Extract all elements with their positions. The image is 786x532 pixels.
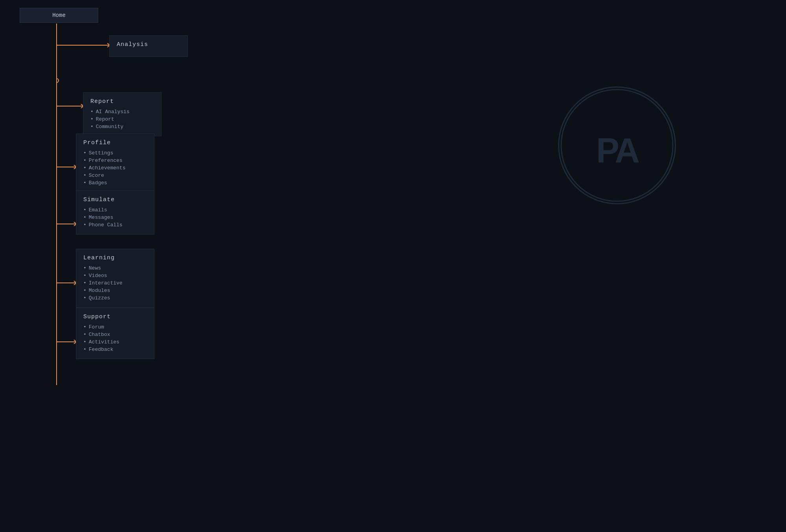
pa-logo: PA — [558, 86, 676, 204]
list-item[interactable]: Community — [90, 123, 154, 130]
profile-items: Settings Preferences Achievements Score … — [83, 149, 147, 187]
list-item[interactable]: Score — [83, 172, 147, 179]
report-items: AI Analysis Report Community — [90, 108, 154, 130]
learning-title: Learning — [83, 255, 147, 261]
simulate-box: Simulate Emails Messages Phone Calls — [76, 191, 154, 235]
support-items: Forum Chatbox Activities Feedback — [83, 323, 147, 353]
analysis-title: Analysis — [117, 41, 180, 48]
home-button[interactable]: Home — [20, 8, 98, 23]
list-item[interactable]: Preferences — [83, 157, 147, 164]
profile-title: Profile — [83, 139, 147, 146]
report-title: Report — [90, 98, 154, 105]
list-item[interactable]: Chatbox — [83, 331, 147, 338]
support-box: Support Forum Chatbox Activities Feedbac… — [76, 308, 154, 359]
list-item[interactable]: Modules — [83, 287, 147, 294]
list-item[interactable]: Report — [90, 116, 154, 123]
list-item[interactable]: Messages — [83, 214, 147, 221]
support-title: Support — [83, 314, 147, 320]
learning-section: Learning News Videos Interactive Modules… — [76, 249, 154, 308]
support-section: Support Forum Chatbox Activities Feedbac… — [76, 308, 154, 359]
profile-box: Profile Settings Preferences Achievement… — [76, 134, 154, 193]
list-item[interactable]: Forum — [83, 323, 147, 331]
report-section: Report AI Analysis Report Community — [83, 92, 162, 136]
list-item[interactable]: Achievements — [83, 164, 147, 172]
svg-point-5 — [56, 79, 59, 83]
report-box: Report AI Analysis Report Community — [83, 92, 162, 136]
simulate-title: Simulate — [83, 196, 147, 203]
list-item[interactable]: Feedback — [83, 346, 147, 353]
analysis-section: Analysis — [109, 35, 188, 57]
simulate-items: Emails Messages Phone Calls — [83, 206, 147, 229]
list-item[interactable]: Quizzes — [83, 294, 147, 302]
simulate-section: Simulate Emails Messages Phone Calls — [76, 191, 154, 235]
list-item[interactable]: Phone Calls — [83, 221, 147, 229]
svg-text:PA: PA — [596, 131, 639, 170]
list-item[interactable]: Emails — [83, 206, 147, 214]
list-item[interactable]: Videos — [83, 272, 147, 279]
list-item[interactable]: Activities — [83, 338, 147, 346]
learning-box: Learning News Videos Interactive Modules… — [76, 249, 154, 308]
profile-section: Profile Settings Preferences Achievement… — [76, 134, 154, 193]
list-item[interactable]: Settings — [83, 149, 147, 157]
main-layout: PA Home Analysis — [0, 0, 786, 23]
list-item[interactable]: AI Analysis — [90, 108, 154, 116]
learning-items: News Videos Interactive Modules Quizzes — [83, 264, 147, 302]
list-item[interactable]: News — [83, 264, 147, 272]
list-item[interactable]: Interactive — [83, 279, 147, 287]
analysis-box: Analysis — [109, 35, 188, 57]
list-item[interactable]: Badges — [83, 179, 147, 187]
